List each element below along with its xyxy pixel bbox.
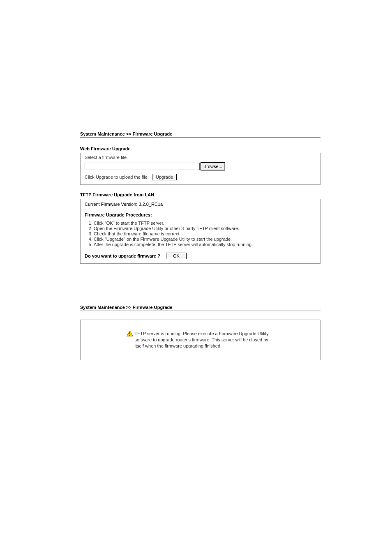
browse-button[interactable]: Browse... [201,162,225,170]
tftp-panel: Current Firmware Version: 3.2.0_RC1a Fir… [80,199,321,264]
current-version-value: 3.2.0_RC1a [138,202,163,207]
web-upgrade-title: Web Firmware Upgrade [80,146,321,151]
procedures-title: Firmware Upgrade Procedures: [85,212,316,217]
confirm-question: Do you want to upgrade firmware ? [85,253,160,258]
warning-icon [127,331,133,336]
procedures-list: Click "OK" to start the TFTP server. Ope… [94,221,316,247]
list-item: Click "Upgrade" on the Firmware Upgrade … [94,237,316,242]
breadcrumb: System Maintenance >> Firmware Upgrade [80,131,321,136]
divider [80,137,321,138]
divider [80,311,321,311]
svg-rect-2 [129,335,130,336]
ok-button[interactable]: OK [166,253,187,259]
list-item: After the upgrade is compelete, the TFTP… [94,242,316,247]
upgrade-button[interactable]: Upgrade [152,174,177,180]
list-item: Open the Firmware Upgrade Utility or oth… [94,226,316,231]
breadcrumb: System Maintenance >> Firmware Upgrade [80,305,321,310]
web-upgrade-panel: Select a firmware file. Browse... Click … [80,153,321,185]
tftp-status-message: TFTP server is running. Please execute a… [135,331,274,349]
list-item: Click "OK" to start the TFTP server. [94,221,316,226]
current-version-label: Current Firmware Version: [85,202,137,207]
tftp-title: TFTP Firmware Upgrade from LAN [80,192,321,197]
svg-rect-1 [129,332,130,334]
tftp-status-panel: TFTP server is running. Please execute a… [80,320,321,360]
firmware-file-input[interactable] [85,163,200,170]
select-file-label: Select a firmware file. [85,155,316,160]
upload-instruction: Click Upgrade to upload the file. [85,175,149,180]
list-item: Check that the firmware filename is corr… [94,231,316,236]
